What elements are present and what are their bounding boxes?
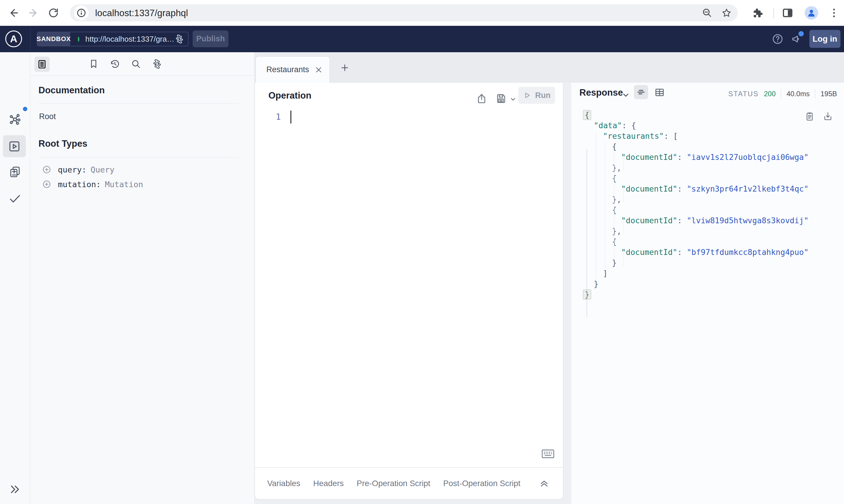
keyboard-shortcuts-icon[interactable]	[541, 448, 555, 460]
operation-editor-area[interactable]	[293, 111, 554, 457]
expand-rail-icon[interactable]	[8, 483, 22, 497]
close-tab-icon[interactable]	[314, 66, 323, 74]
indent-guide	[623, 248, 623, 266]
publish-button[interactable]: Publish	[193, 31, 228, 47]
documentation-panel: Documentation Root Root Types query: Que…	[30, 52, 255, 504]
browser-address-bar[interactable]: localhost:1337/graphql	[70, 4, 738, 21]
response-json-line: },	[582, 226, 834, 236]
apollo-logo-letter: A	[10, 33, 17, 44]
login-button[interactable]: Log in	[809, 30, 841, 48]
announcement-notification-dot	[798, 31, 804, 36]
new-tab-icon[interactable]	[340, 63, 350, 73]
checks-nav-icon[interactable]	[8, 192, 22, 205]
indent-guide	[623, 185, 623, 202]
announcements-icon[interactable]	[791, 33, 802, 45]
response-json-line: "restaurants": [	[582, 131, 834, 141]
expand-bottom-panel-icon[interactable]	[538, 477, 550, 489]
query-type-link[interactable]: Query	[91, 165, 115, 174]
doc-divider-2	[38, 158, 239, 158]
add-mutation-icon[interactable]	[42, 180, 51, 189]
url-text[interactable]: localhost:1337/graphql	[95, 8, 188, 18]
tab-restaurants[interactable]: Restaurants	[256, 56, 330, 83]
side-panel-icon[interactable]	[782, 7, 793, 19]
response-json-line: },	[582, 163, 834, 173]
bookmark-star-icon[interactable]	[721, 7, 732, 18]
tab-post-operation-script[interactable]: Post-Operation Script	[443, 479, 520, 488]
browser-reload-icon[interactable]	[48, 7, 59, 19]
response-json-line: {	[582, 205, 834, 215]
apollo-sandbox-app: localhost:1337/graphql A SANDBOX	[0, 0, 844, 504]
saved-operations-icon[interactable]	[88, 59, 99, 69]
bracket-highlight[interactable]: {	[583, 110, 591, 120]
apollo-logo[interactable]: A	[5, 31, 22, 47]
indent-guide	[623, 216, 623, 234]
endpoint-url[interactable]: http://localhost:1337/gra…	[85, 35, 174, 44]
response-json-line: {	[582, 173, 834, 184]
indent-guide	[596, 132, 596, 280]
status-label: STATUS	[728, 90, 759, 98]
response-title: Response	[580, 87, 623, 98]
response-size: 195B	[821, 90, 837, 98]
extensions-icon[interactable]	[752, 7, 763, 19]
settings-gear-icon[interactable]	[152, 59, 162, 69]
response-json-view-icon[interactable]	[634, 85, 648, 99]
response-table-view-icon[interactable]	[654, 87, 665, 98]
tab-headers[interactable]: Headers	[313, 479, 344, 488]
root-type-query-row[interactable]: query: Query	[42, 164, 115, 175]
run-play-icon	[523, 91, 532, 100]
response-json-line: "documentId": "iavv1s2l27uoblqcjai06wga"	[582, 152, 834, 163]
doc-toolbar-divider	[30, 75, 255, 76]
editor-line-number: 1	[269, 112, 281, 122]
root-type-mutation-row[interactable]: mutation: Mutation	[42, 179, 143, 190]
response-json-line: {	[582, 236, 834, 247]
browser-back-icon[interactable]	[7, 7, 19, 19]
mutation-type-link[interactable]: Mutation	[105, 180, 143, 189]
indent-guide	[605, 143, 605, 269]
operation-tab-strip: Restaurants	[255, 52, 844, 83]
root-link[interactable]: Root	[39, 112, 56, 121]
meta-separator	[781, 89, 781, 98]
tab-pre-operation-script[interactable]: Pre-Operation Script	[357, 479, 431, 488]
response-json-line: }	[582, 257, 834, 268]
search-icon[interactable]	[131, 59, 141, 69]
endpoint-settings-icon[interactable]	[174, 34, 185, 44]
browser-profile-avatar[interactable]	[805, 6, 818, 20]
response-json-line: ]	[582, 268, 834, 279]
editor-text-cursor	[290, 111, 291, 124]
zoom-out-icon[interactable]	[702, 7, 712, 18]
browser-menu-icon[interactable]	[828, 7, 840, 19]
response-dropdown-chevron-icon[interactable]	[621, 90, 631, 100]
response-json-line: {	[582, 110, 834, 120]
schema-graph-icon[interactable]	[8, 113, 22, 126]
site-info-icon[interactable]	[74, 5, 89, 20]
connection-status-dot	[78, 37, 79, 42]
help-icon[interactable]	[772, 33, 783, 45]
response-time: 40.0ms	[787, 90, 810, 98]
response-json-line: "documentId": "lviw819d5htwvga8s3kovdij"	[582, 215, 834, 226]
add-query-icon[interactable]	[42, 165, 51, 174]
explorer-nav-item[interactable]	[3, 135, 26, 157]
run-button[interactable]: Run	[518, 87, 555, 104]
save-dropdown-chevron-icon[interactable]	[509, 95, 517, 103]
response-json-line: }	[582, 279, 834, 289]
share-operation-icon[interactable]	[476, 93, 487, 105]
diff-nav-icon[interactable]	[8, 165, 22, 179]
operation-editor-panel: Operation Run 1 Variables Headers Pre-Op…	[255, 83, 563, 499]
indent-guide	[623, 153, 623, 171]
meta-separator	[815, 89, 815, 98]
history-icon[interactable]	[109, 59, 120, 69]
endpoint-box[interactable]: SANDBOX http://localhost:1337/gra…	[37, 32, 189, 46]
tab-variables[interactable]: Variables	[267, 479, 300, 488]
doc-divider	[38, 103, 239, 104]
response-json-line: }	[582, 289, 834, 300]
query-field-name: query:	[58, 165, 87, 174]
apollo-header: A SANDBOX http://localhost:1337/gra… Pub…	[0, 26, 844, 52]
browser-toolbar: localhost:1337/graphql	[0, 0, 844, 26]
browser-forward-icon[interactable]	[28, 7, 39, 19]
documentation-tab-icon[interactable]	[34, 57, 50, 72]
response-panel: Response STATUS 200 40.0ms 195B	[571, 83, 844, 504]
response-json-viewer[interactable]: {"data": {"restaurants": [{"documentId":…	[582, 110, 834, 300]
response-json-line: "documentId": "bf97tfdumkcc8ptahkng4puo"	[582, 247, 834, 257]
response-json-line: },	[582, 194, 834, 205]
save-operation-icon[interactable]	[495, 93, 507, 105]
